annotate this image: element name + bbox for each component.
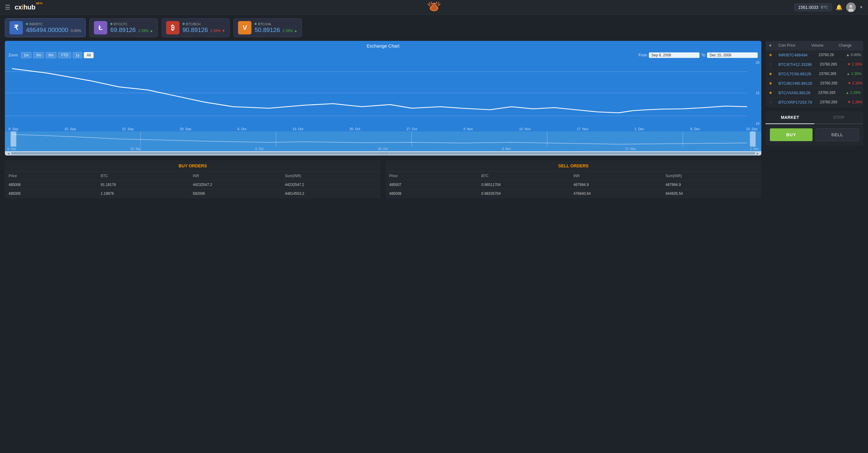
ticker-item-btc-bch[interactable]: ₿ BTC/BCH 90.89126 2.39% ▼ <box>161 18 230 37</box>
ticker-change-btc-via: 2.39% ▲ <box>282 29 298 33</box>
svg-line-12 <box>438 2 439 5</box>
buy-col-sum: Sum(INR) <box>285 174 377 178</box>
market-row-btc-eth[interactable]: ☆ BTC/ETH 12.33286 23760.265 ▼ 2.39% <box>766 60 863 69</box>
avatar-image <box>847 3 855 11</box>
zoom-1y-button[interactable]: 1y <box>73 52 82 58</box>
coin-change-btc-ltc: ▲ 2.39% <box>846 72 863 76</box>
ticker-info-btc-ltc: BTC/LTC 69.89126 2.39% ▲ <box>110 22 153 33</box>
ticker-item-btc-via[interactable]: V BTC/VIA 50.89126 2.39% ▲ <box>234 18 302 37</box>
chart-scrollbar[interactable]: ◄ ⋮⋮⋮ ► <box>5 151 761 155</box>
market-col-price: Price <box>787 43 811 48</box>
sell-order-row-1[interactable]: 485008 0.98335704 476840.64 944835.54 <box>385 189 761 198</box>
scroll-right-icon[interactable]: ► <box>755 152 760 155</box>
star-icon-btc-via[interactable]: ★ <box>769 90 778 95</box>
avatar[interactable] <box>846 2 856 12</box>
x-label-1: 15. Sep <box>64 127 76 131</box>
tab-market[interactable]: MARKET <box>766 111 814 124</box>
trade-buttons: BUY SELL <box>766 124 863 145</box>
buy-col-price: Price <box>8 174 100 178</box>
mini-chart-labels: 8. Sep 22. Sep 6. Oct 20. Oct 3. Nov 17.… <box>5 147 761 151</box>
scrollbar-drag-icon: ⋮⋮⋮ <box>378 152 388 155</box>
svg-point-2 <box>431 6 437 10</box>
market-row-btc-xrp[interactable]: ☆ BTC/XRP 17253.79 23760.265 ▼ 2.39% <box>766 97 863 107</box>
zoom-3m-button[interactable]: 3m <box>33 52 44 58</box>
market-row-btc-via[interactable]: ★ BTC/VIA 50.89126 23760.265 ▲ 2.39% <box>766 88 863 97</box>
user-dropdown-arrow-icon[interactable]: ▼ <box>860 5 863 9</box>
sell-col-sum: Sum(INR) <box>665 174 758 178</box>
x-label-10: 17. Nov <box>577 127 588 131</box>
beta-label: BETA <box>36 2 43 5</box>
tab-stop[interactable]: STOP <box>814 111 863 123</box>
star-icon-inr-btc[interactable]: ★ <box>769 53 778 57</box>
star-icon-btc-bch[interactable]: ★ <box>769 81 778 86</box>
star-icon-btc-xrp[interactable]: ☆ <box>769 100 778 104</box>
sell-order-row-0[interactable]: 485007 0.96511704 467994.9 467994.9 <box>385 180 761 189</box>
mini-label-1: 22. Sep <box>130 147 141 151</box>
sell-col-inr: INR <box>574 174 665 178</box>
scroll-left-icon[interactable]: ◄ <box>6 152 11 155</box>
market-row-btc-ltc[interactable]: ★ BTC/LTC 69.89126 23760.265 ▲ 2.39% <box>766 69 863 79</box>
y-axis-labels: 20 15 10 <box>756 59 760 126</box>
svg-line-13 <box>436 2 437 4</box>
y-label-10: 10 <box>756 122 760 125</box>
buy-orders-panel: BUY ORDERS Price BTC INR Sum(INR) 485006… <box>5 160 381 198</box>
sell-orders-panel: SELL ORDERS Price BTC INR Sum(INR) 48500… <box>385 160 761 198</box>
sell-row1-btc: 0.98335704 <box>481 191 573 196</box>
ticker-change-inr-btc: 0.00% <box>71 29 81 33</box>
trade-panel: MARKET STOP BUY SELL <box>766 111 863 145</box>
buy-row1-btc: 1.19976 <box>100 191 193 196</box>
ticker-item-btc-ltc[interactable]: Ł BTC/LTC 69.89126 2.39% ▲ <box>89 18 158 37</box>
scrollbar-track[interactable]: ⋮⋮⋮ <box>11 152 755 155</box>
zoom-1m-button[interactable]: 1m <box>21 52 32 58</box>
y-label-15: 15 <box>756 91 760 95</box>
coin-change-btc-xrp: ▼ 2.39% <box>847 100 863 104</box>
star-icon-btc-eth[interactable]: ☆ <box>769 62 778 67</box>
market-row-btc-bch[interactable]: ★ BTC/BCH 90.89126 23760.265 ▼ 2.39% <box>766 79 863 88</box>
menu-icon[interactable]: ☰ <box>5 4 10 11</box>
y-label-20: 20 <box>756 61 760 64</box>
buy-orders-header: Price BTC INR Sum(INR) <box>5 172 381 180</box>
zoom-6m-button[interactable]: 6m <box>46 52 56 58</box>
scrollbar-thumb[interactable]: ⋮⋮⋮ <box>11 152 755 155</box>
buy-order-row-0[interactable]: 485006 91.18176 44232547.2 44232547.2 <box>5 180 381 189</box>
ticker-item-inr-btc[interactable]: ₹ INR/BTC 486494.000000 0.00% <box>5 18 86 37</box>
ticker-dot <box>26 23 28 25</box>
mini-label-3: 20. Oct <box>378 147 388 151</box>
coin-volume-inr-btc: 23760.26 <box>818 53 846 57</box>
coin-name-btc-ltc: BTC/LTC <box>778 72 795 76</box>
coin-price-btc-bch: 90.89126 <box>796 81 820 86</box>
coin-change-btc-bch: ▼ 2.39% <box>847 81 863 85</box>
market-table: ★ Coin Price Volume Change ★ INR/BTC 486… <box>766 41 863 107</box>
from-date-input[interactable] <box>649 53 700 58</box>
svg-rect-27 <box>750 131 756 147</box>
sell-button[interactable]: SELL <box>815 128 859 141</box>
zoom-ytd-button[interactable]: YTD <box>58 52 71 58</box>
ticker-dot <box>254 23 257 25</box>
svg-point-6 <box>435 4 436 5</box>
notification-bell-icon[interactable]: 🔔 <box>836 4 842 11</box>
buy-button[interactable]: BUY <box>770 128 812 141</box>
zoom-all-button[interactable]: All <box>84 52 93 58</box>
buy-row0-price: 485006 <box>8 183 100 187</box>
buy-order-row-1[interactable]: 485005 1.19976 582006 44814553.2 <box>5 189 381 198</box>
ticker-pair-label-inr-btc: INR/BTC <box>26 22 81 26</box>
x-label-4: 6. Oct <box>238 127 246 131</box>
header-right: 1561.0033 BTC 🔔 ▼ <box>794 2 863 12</box>
star-icon-btc-ltc[interactable]: ★ <box>769 71 778 76</box>
svg-point-7 <box>433 5 435 6</box>
market-row-inr-btc[interactable]: ★ INR/BTC 486494 23760.26 ▲ 0.00% <box>766 50 863 60</box>
to-date-input[interactable] <box>707 53 758 58</box>
ticker-info-inr-btc: INR/BTC 486494.000000 0.00% <box>26 22 81 33</box>
coin-change-btc-eth: ▼ 2.39% <box>847 62 863 66</box>
ticker-info-btc-bch: BTC/BCH 90.89126 2.39% ▼ <box>183 22 225 33</box>
mini-label-5: 17. Nov <box>625 147 636 151</box>
market-table-header: ★ Coin Price Volume Change <box>766 41 863 50</box>
coin-volume-btc-via: 23760.265 <box>818 91 846 95</box>
mini-label-4: 3. Nov <box>502 147 511 151</box>
chart-svg <box>5 59 761 126</box>
svg-point-15 <box>849 5 852 8</box>
sell-col-btc: BTC <box>481 174 573 178</box>
x-label-13: 15. Dec <box>746 127 758 131</box>
buy-row0-sum: 44232547.2 <box>285 183 377 187</box>
coin-volume-btc-ltc: 23760.265 <box>819 72 846 76</box>
